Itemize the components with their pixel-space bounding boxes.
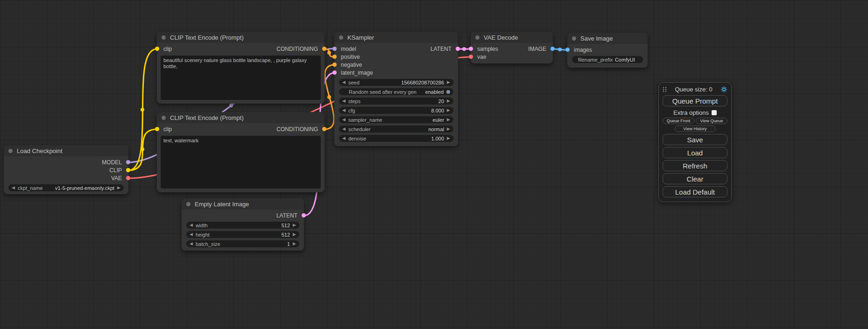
- input-port-latent-image[interactable]: [332, 70, 337, 75]
- settings-gear-icon[interactable]: [720, 86, 727, 93]
- collapse-dot-icon[interactable]: [572, 36, 576, 41]
- widget-name: width: [196, 223, 208, 228]
- node-clip-text-encode-negative[interactable]: CLIP Text Encode (Prompt) clip CONDITION…: [157, 112, 325, 192]
- queue-prompt-button[interactable]: Queue Prompt: [663, 95, 727, 106]
- decrement-arrow-icon[interactable]: ◀: [342, 136, 346, 140]
- increment-arrow-icon[interactable]: ▶: [117, 186, 120, 190]
- node-load-checkpoint[interactable]: Load Checkpoint MODEL CLIP VAE ◀ ckpt_na…: [4, 145, 128, 194]
- node-title-bar[interactable]: CLIP Text Encode (Prompt): [157, 112, 325, 123]
- node-title-bar[interactable]: Empty Latent Image: [182, 198, 304, 210]
- node-empty-latent-image[interactable]: Empty Latent Image LATENT ◀ width 512 ▶ …: [182, 198, 304, 251]
- prompt-textarea[interactable]: text, watermark: [161, 136, 321, 189]
- output-port-conditioning[interactable]: [322, 47, 326, 51]
- increment-arrow-icon[interactable]: ▶: [447, 99, 450, 103]
- extra-options-checkbox[interactable]: [712, 110, 717, 115]
- collapse-dot-icon[interactable]: [8, 149, 13, 153]
- widget-height[interactable]: ◀ height 512 ▶: [186, 231, 299, 238]
- toggle-dot-icon[interactable]: [446, 90, 450, 94]
- node-vae-decode[interactable]: VAE Decode samples IMAGE vae: [471, 32, 553, 63]
- output-label-clip: CLIP: [109, 167, 128, 174]
- increment-arrow-icon[interactable]: ▶: [447, 80, 450, 84]
- collapse-dot-icon[interactable]: [475, 35, 480, 40]
- node-title: Save Image: [580, 35, 613, 42]
- node-title: CLIP Text Encode (Prompt): [170, 34, 244, 41]
- output-port-latent[interactable]: [456, 47, 460, 51]
- decrement-arrow-icon[interactable]: ◀: [342, 108, 346, 112]
- widget-filename-prefix[interactable]: filename_prefix ComfyUI: [572, 56, 643, 63]
- increment-arrow-icon[interactable]: ▶: [447, 136, 450, 140]
- collapse-dot-icon[interactable]: [162, 116, 166, 120]
- collapse-dot-icon[interactable]: [339, 35, 343, 40]
- widget-random-seed-toggle[interactable]: Random seed after every gen enabled: [339, 88, 453, 95]
- collapse-dot-icon[interactable]: [186, 202, 191, 206]
- widget-width[interactable]: ◀ width 512 ▶: [186, 222, 299, 229]
- view-history-button[interactable]: View History: [675, 126, 716, 132]
- decrement-arrow-icon[interactable]: ◀: [190, 223, 193, 227]
- widget-sampler-name[interactable]: ◀ sampler_name euler ▶: [339, 116, 453, 123]
- decrement-arrow-icon[interactable]: ◀: [190, 242, 193, 246]
- queue-menu-panel: Queue size: 0 Queue Prompt Extra options…: [658, 82, 732, 202]
- widget-name: steps: [348, 98, 360, 104]
- input-port-positive[interactable]: [332, 55, 337, 59]
- slot-row: model LATENT: [334, 45, 458, 53]
- node-title-bar[interactable]: Save Image: [567, 33, 648, 44]
- node-title: Empty Latent Image: [195, 201, 249, 208]
- prompt-textarea[interactable]: beautiful scenery nature glass bottle la…: [161, 56, 321, 100]
- link-midpoint-dot: [327, 51, 331, 55]
- collapse-dot-icon[interactable]: [162, 35, 166, 40]
- widget-name: Random seed after every gen: [349, 89, 416, 95]
- decrement-arrow-icon[interactable]: ◀: [342, 80, 346, 84]
- increment-arrow-icon[interactable]: ▶: [293, 232, 296, 237]
- widget-seed[interactable]: ◀ seed 156680208700286 ▶: [339, 79, 453, 86]
- input-label-negative: negative: [334, 62, 362, 68]
- save-button[interactable]: Save: [663, 134, 727, 145]
- node-title-bar[interactable]: Load Checkpoint: [4, 145, 128, 156]
- widget-value: normal: [371, 126, 444, 132]
- input-port-model[interactable]: [332, 47, 337, 51]
- input-port-vae[interactable]: [469, 55, 473, 59]
- widget-scheduler[interactable]: ◀ scheduler normal ▶: [339, 126, 453, 133]
- increment-arrow-icon[interactable]: ▶: [447, 127, 450, 131]
- clear-button[interactable]: Clear: [663, 173, 727, 184]
- graph-canvas[interactable]: Load Checkpoint MODEL CLIP VAE ◀ ckpt_na…: [0, 0, 868, 329]
- widget-ckpt-name[interactable]: ◀ ckpt_name v1-5-pruned-emaonly.ckpt ▶: [8, 184, 124, 191]
- output-port-clip[interactable]: [126, 168, 130, 172]
- decrement-arrow-icon[interactable]: ◀: [342, 99, 346, 103]
- node-title-bar[interactable]: VAE Decode: [471, 32, 553, 43]
- node-ksampler[interactable]: KSampler model LATENT positive negative …: [334, 32, 458, 146]
- view-queue-button[interactable]: View Queue: [696, 118, 727, 124]
- load-button[interactable]: Load: [663, 147, 727, 158]
- widget-batch-size[interactable]: ◀ batch_size 1 ▶: [186, 240, 299, 247]
- widget-cfg[interactable]: ◀ cfg 8.000 ▶: [339, 107, 453, 114]
- queue-front-button[interactable]: Queue Front: [663, 118, 694, 124]
- increment-arrow-icon[interactable]: ▶: [447, 108, 450, 112]
- load-default-button[interactable]: Load Default: [663, 186, 727, 197]
- widget-value: euler: [382, 117, 444, 123]
- input-port-clip[interactable]: [155, 127, 159, 131]
- node-title-bar[interactable]: KSampler: [334, 32, 458, 43]
- increment-arrow-icon[interactable]: ▶: [293, 242, 296, 246]
- increment-arrow-icon[interactable]: ▶: [447, 118, 450, 122]
- output-port-vae[interactable]: [126, 176, 130, 180]
- input-port-negative[interactable]: [332, 63, 337, 67]
- node-save-image[interactable]: Save Image images filename_prefix ComfyU…: [567, 33, 648, 68]
- node-title-bar[interactable]: CLIP Text Encode (Prompt): [157, 32, 325, 43]
- output-port-model[interactable]: [126, 160, 130, 164]
- input-port-clip[interactable]: [155, 47, 159, 51]
- output-port-conditioning[interactable]: [322, 127, 326, 131]
- refresh-button[interactable]: Refresh: [663, 160, 727, 171]
- decrement-arrow-icon[interactable]: ◀: [12, 186, 15, 190]
- increment-arrow-icon[interactable]: ▶: [293, 223, 296, 227]
- decrement-arrow-icon[interactable]: ◀: [342, 118, 346, 122]
- widget-denoise[interactable]: ◀ denoise 1.000 ▶: [339, 135, 453, 142]
- output-port-image[interactable]: [550, 47, 555, 51]
- decrement-arrow-icon[interactable]: ◀: [190, 232, 193, 237]
- output-port-latent[interactable]: [302, 213, 306, 217]
- node-clip-text-encode-positive[interactable]: CLIP Text Encode (Prompt) clip CONDITION…: [157, 32, 325, 104]
- input-port-samples[interactable]: [469, 47, 473, 51]
- widget-steps[interactable]: ◀ steps 20 ▶: [339, 98, 453, 105]
- input-port-images[interactable]: [565, 48, 570, 52]
- output-label-image: IMAGE: [528, 46, 553, 52]
- drag-handle-icon[interactable]: [663, 86, 667, 92]
- decrement-arrow-icon[interactable]: ◀: [342, 127, 346, 131]
